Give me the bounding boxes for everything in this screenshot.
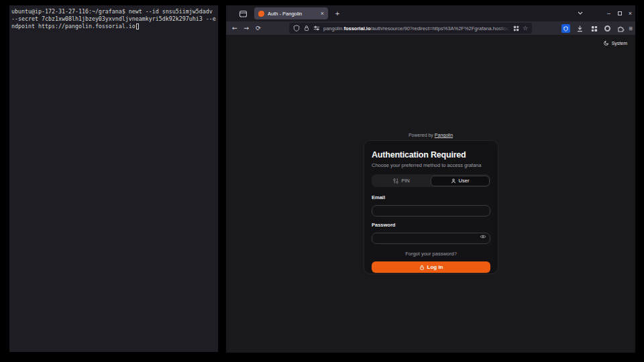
tab-close-icon[interactable]: × bbox=[321, 11, 324, 17]
terminal-window[interactable]: ubuntu@ip-172-31-27-116:~/grafana$ newt … bbox=[9, 5, 218, 352]
show-password-eye-icon[interactable] bbox=[480, 233, 486, 240]
powered-by-text: Powered by bbox=[409, 133, 433, 137]
forgot-password-link[interactable]: Forgot your password? bbox=[372, 251, 490, 257]
bookmark-star-icon[interactable]: ☆ bbox=[523, 25, 528, 32]
auth-method-tabs: PIN User bbox=[372, 174, 490, 187]
window-close-button[interactable]: × bbox=[625, 8, 635, 19]
tracking-protection-shield-icon[interactable] bbox=[293, 25, 300, 32]
pangolin-link[interactable]: Pangolin bbox=[435, 133, 453, 137]
card-subtitle: Choose your preferred method to access g… bbox=[372, 162, 490, 168]
bitwarden-extension-icon[interactable] bbox=[561, 24, 570, 33]
email-field-wrap bbox=[372, 203, 490, 217]
back-button[interactable]: ← bbox=[230, 23, 239, 34]
url-bar[interactable]: pangolin.fossorial.io/auth/resource/90?r… bbox=[289, 23, 532, 34]
login-button-label: Log in bbox=[427, 264, 443, 270]
site-permissions-icon[interactable] bbox=[313, 25, 320, 32]
container-grid-icon[interactable] bbox=[513, 25, 519, 32]
https-lock-icon[interactable] bbox=[303, 25, 310, 32]
theme-toggle-button[interactable]: System bbox=[604, 40, 627, 46]
extensions-grid-icon[interactable] bbox=[590, 24, 598, 33]
theme-toggle-label: System bbox=[612, 41, 627, 46]
email-field[interactable] bbox=[372, 205, 490, 217]
email-label: Email bbox=[372, 194, 490, 200]
browser-tab-auth-pangolin[interactable]: Auth - Pangolin × bbox=[254, 7, 328, 19]
login-button[interactable]: Log in bbox=[372, 261, 490, 273]
terminal-line-text: ndpoint https://pangolin.fossorial.io bbox=[11, 23, 136, 29]
terminal-line: --secret 7cbz1xw08lh1jbzey03yxvndljvneam… bbox=[11, 15, 216, 23]
extension-circle-icon[interactable] bbox=[603, 24, 612, 33]
tab-user-label: User bbox=[459, 178, 470, 184]
browser-tab-bar: Auth - Pangolin × + – × bbox=[226, 5, 635, 21]
card-title: Authentication Required bbox=[372, 150, 490, 160]
password-field-wrap bbox=[372, 231, 490, 244]
tab-user[interactable]: User bbox=[431, 176, 490, 186]
app-menu-icon[interactable]: ≡ bbox=[627, 24, 635, 33]
maximize-icon bbox=[618, 11, 622, 15]
terminal-line: ndpoint https://pangolin.fossorial.io bbox=[11, 23, 216, 30]
auth-page: System Powered by Pangolin Authenticatio… bbox=[226, 35, 635, 353]
url-fade bbox=[498, 25, 510, 32]
firefox-view-icon[interactable] bbox=[239, 9, 248, 18]
tab-list-chevron-icon[interactable] bbox=[578, 8, 588, 19]
browser-toolbar: ← → ⟳ bbox=[226, 21, 635, 35]
auth-card: Authentication Required Choose your pref… bbox=[364, 140, 498, 274]
forward-button[interactable]: → bbox=[241, 23, 251, 34]
window-minimize-button[interactable]: – bbox=[604, 8, 614, 19]
tab-pin[interactable]: PIN bbox=[373, 176, 431, 186]
url-host-domain: fossorial.io bbox=[343, 25, 370, 32]
tab-title: Auth - Pangolin bbox=[268, 11, 317, 17]
url-text: pangolin.fossorial.io/auth/resource/90?r… bbox=[323, 25, 510, 32]
desktop: ubuntu@ip-172-31-27-116:~/grafana$ newt … bbox=[0, 0, 644, 362]
new-tab-button[interactable]: + bbox=[332, 8, 343, 19]
login-lock-icon bbox=[419, 265, 425, 270]
pangolin-favicon-icon bbox=[258, 11, 264, 17]
terminal-line: ubuntu@ip-172-31-27-116:~/grafana$ newt … bbox=[11, 8, 216, 15]
window-maximize-button[interactable] bbox=[614, 8, 625, 19]
user-icon bbox=[451, 178, 456, 184]
moon-icon bbox=[604, 40, 609, 46]
terminal-cursor bbox=[136, 23, 140, 29]
browser-window: Auth - Pangolin × + – × ← → ⟳ bbox=[226, 5, 635, 353]
binary-pin-icon bbox=[393, 178, 398, 184]
url-host-prefix: pangolin. bbox=[323, 25, 343, 32]
password-field[interactable] bbox=[372, 233, 490, 244]
reload-button[interactable]: ⟳ bbox=[254, 23, 263, 34]
password-label: Password bbox=[372, 222, 490, 228]
url-path: /auth/resource/90?redirect=https%3A%2F%2… bbox=[370, 25, 509, 32]
ring-icon bbox=[604, 25, 610, 32]
powered-by: Powered by Pangolin bbox=[226, 133, 635, 137]
downloads-icon[interactable] bbox=[576, 24, 584, 33]
puzzle-extensions-icon[interactable] bbox=[616, 24, 625, 33]
tab-pin-label: PIN bbox=[401, 178, 410, 184]
